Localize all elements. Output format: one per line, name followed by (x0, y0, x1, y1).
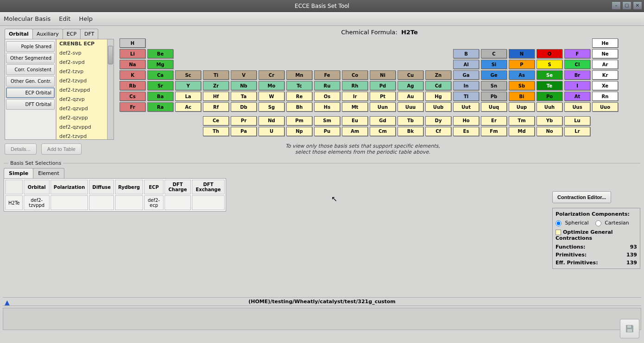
element-K[interactable]: K (120, 70, 145, 80)
tab-dft[interactable]: DFT (80, 29, 98, 39)
element-Es[interactable]: Es (453, 127, 479, 136)
element-Sm[interactable]: Sm (314, 116, 340, 125)
scrollbar[interactable] (107, 39, 114, 139)
element-Cm[interactable]: Cm (370, 127, 396, 136)
element-Uun[interactable]: Uun (370, 102, 396, 112)
element-Th[interactable]: Th (203, 127, 229, 136)
element-Ar[interactable]: Ar (592, 60, 618, 69)
element-Ho[interactable]: Ho (453, 116, 479, 125)
basis-item[interactable]: def2-qzvp (57, 95, 114, 104)
element-Mg[interactable]: Mg (147, 60, 173, 69)
element-Mn[interactable]: Mn (286, 70, 312, 80)
element-Ba[interactable]: Ba (147, 92, 173, 101)
menu-molecular-basis[interactable]: Molecular Basis (4, 15, 51, 22)
element-Fe[interactable]: Fe (314, 70, 340, 80)
element-Db[interactable]: Db (231, 102, 257, 112)
element-V[interactable]: V (231, 70, 257, 80)
element-Na[interactable]: Na (120, 60, 145, 69)
optimize-checkbox[interactable]: Optimize General Contractions (556, 229, 637, 241)
element-Co[interactable]: Co (342, 70, 368, 80)
category-other-gen-contr-[interactable]: Other Gen. Contr. (6, 76, 55, 87)
element-Tm[interactable]: Tm (509, 116, 535, 125)
add-to-table-button[interactable]: Add to Table (41, 143, 82, 155)
element-Cs[interactable]: Cs (120, 92, 145, 101)
element-Ti[interactable]: Ti (203, 70, 229, 80)
element-Uuu[interactable]: Uuu (398, 102, 423, 112)
element-S[interactable]: S (537, 60, 562, 69)
element-Yb[interactable]: Yb (537, 116, 562, 125)
element-Gd[interactable]: Gd (370, 116, 396, 125)
element-U[interactable]: U (259, 127, 284, 136)
element-Am[interactable]: Am (342, 127, 368, 136)
element-Ge[interactable]: Ge (481, 70, 507, 80)
element-Zr[interactable]: Zr (203, 81, 229, 90)
element-Re[interactable]: Re (286, 92, 312, 101)
element-Dy[interactable]: Dy (425, 116, 451, 125)
element-Ag[interactable]: Ag (398, 81, 423, 90)
element-Sc[interactable]: Sc (175, 70, 201, 80)
element-Uup[interactable]: Uup (509, 102, 535, 112)
element-Xe[interactable]: Xe (592, 81, 618, 90)
close-icon[interactable]: ✕ (633, 1, 642, 10)
basis-item[interactable]: def2-qzvpp (57, 113, 114, 123)
element-Pu[interactable]: Pu (314, 127, 340, 136)
element-Cd[interactable]: Cd (425, 81, 451, 90)
element-Lr[interactable]: Lr (564, 127, 590, 136)
element-He[interactable]: He (592, 38, 618, 48)
sel-tab-simple[interactable]: Simple (4, 168, 33, 178)
element-Sg[interactable]: Sg (259, 102, 284, 112)
element-Pt[interactable]: Pt (370, 92, 396, 101)
element-Uut[interactable]: Uut (453, 102, 479, 112)
details-button[interactable]: Details... (5, 143, 37, 155)
basis-item[interactable]: def2-tzvppd (57, 86, 114, 95)
element-Ta[interactable]: Ta (231, 92, 257, 101)
element-Uuh[interactable]: Uuh (537, 102, 562, 112)
element-Rb[interactable]: Rb (120, 81, 145, 90)
scroll-thumb[interactable] (108, 46, 113, 64)
element-Lu[interactable]: Lu (564, 116, 590, 125)
element-Pr[interactable]: Pr (231, 116, 257, 125)
element-Uus[interactable]: Uus (564, 102, 590, 112)
basis-item[interactable]: def2-qzvpd (57, 104, 114, 113)
element-Bh[interactable]: Bh (286, 102, 312, 112)
basis-item[interactable]: def2-svp (57, 49, 114, 58)
element-Ni[interactable]: Ni (370, 70, 396, 80)
element-Cr[interactable]: Cr (259, 70, 284, 80)
element-Ne[interactable]: Ne (592, 49, 618, 58)
element-N[interactable]: N (509, 49, 535, 58)
element-Rn[interactable]: Rn (592, 92, 618, 101)
category-ecp-orbital[interactable]: ECP Orbital (6, 87, 55, 98)
element-I[interactable]: I (564, 81, 590, 90)
element-Hs[interactable]: Hs (314, 102, 340, 112)
element-Ru[interactable]: Ru (314, 81, 340, 90)
element-W[interactable]: W (259, 92, 284, 101)
element-O[interactable]: O (537, 49, 562, 58)
element-Po[interactable]: Po (537, 92, 562, 101)
element-Mt[interactable]: Mt (342, 102, 368, 112)
element-C[interactable]: C (481, 49, 507, 58)
element-Uuq[interactable]: Uuq (481, 102, 507, 112)
element-Ac[interactable]: Ac (175, 102, 201, 112)
element-La[interactable]: La (175, 92, 201, 101)
element-Er[interactable]: Er (481, 116, 507, 125)
radio-cartesian[interactable]: Cartesian (595, 220, 629, 226)
element-Ir[interactable]: Ir (342, 92, 368, 101)
element-Al[interactable]: Al (453, 60, 479, 69)
element-B[interactable]: B (453, 49, 479, 58)
tab-auxiliary[interactable]: Auxiliary (32, 29, 63, 39)
category-dft-orbital[interactable]: DFT Orbital (6, 99, 55, 110)
tab-ecp[interactable]: ECP (63, 29, 81, 39)
element-Pb[interactable]: Pb (481, 92, 507, 101)
element-Eu[interactable]: Eu (342, 116, 368, 125)
element-Si[interactable]: Si (481, 60, 507, 69)
element-Ra[interactable]: Ra (147, 102, 173, 112)
element-Cf[interactable]: Cf (425, 127, 451, 136)
element-P[interactable]: P (509, 60, 535, 69)
element-Be[interactable]: Be (147, 49, 173, 58)
contraction-editor-button[interactable]: Contraction Editor... (552, 191, 611, 203)
tab-orbital[interactable]: Orbital (5, 29, 33, 39)
element-Pa[interactable]: Pa (231, 127, 257, 136)
element-Mo[interactable]: Mo (259, 81, 284, 90)
basis-set-list[interactable]: CRENBL ECPdef2-svpdef2-svpddef2-tzvpdef2… (56, 39, 114, 139)
element-As[interactable]: As (509, 70, 535, 80)
